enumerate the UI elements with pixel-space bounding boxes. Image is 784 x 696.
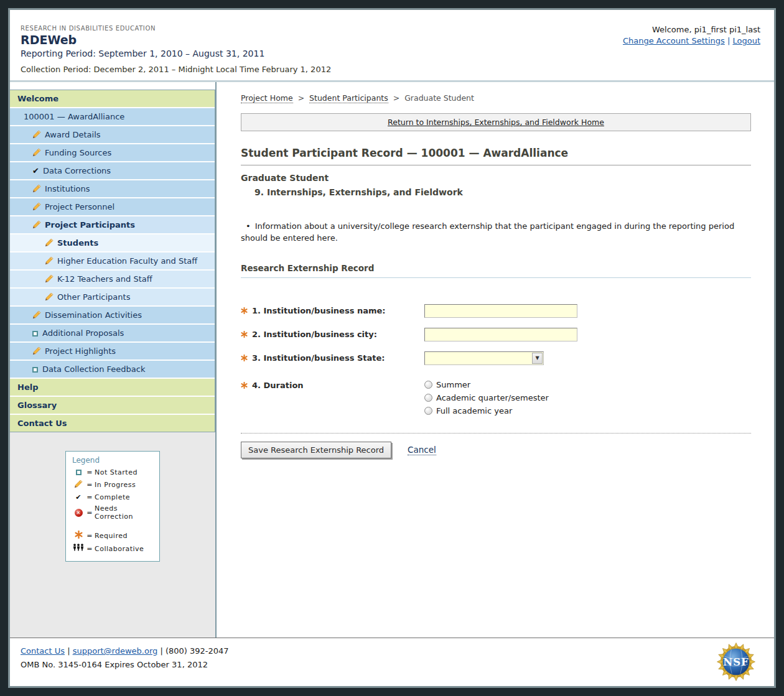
sidebar-item-welcome[interactable]: Welcome [10,90,215,107]
pencil-icon [45,274,54,283]
breadcrumb: Project Home > Student Participants > Gr… [241,93,751,103]
nsf-logo-text: NSF [723,656,749,668]
sidebar-item-additional-proposals[interactable]: Additional Proposals [10,323,215,341]
sidebar-item-other-participants[interactable]: Other Participants [10,287,215,305]
not-started-square-icon [32,331,38,336]
legend-box: Legend = Not Started = In Progress ✔ = [65,451,160,562]
sidebar-item-data-collection-feedback[interactable]: Data Collection Feedback [10,360,215,378]
legend-row: ✔ = Complete [72,493,154,501]
sidebar-item-award-details[interactable]: Award Details [10,125,215,143]
form-row: 1. Institution/business name: [241,304,751,318]
pencil-icon [32,346,41,355]
sidebar-item-dissemination-activities[interactable]: Dissemination Activities [10,305,215,323]
institution-name-input[interactable] [424,304,577,318]
sidebar-item-data-corrections[interactable]: ✔Data Corrections [10,161,215,179]
required-asterisk-icon [241,307,248,314]
legend-label: Complete [95,493,130,501]
field-label: 3. Institution/business State: [241,351,424,363]
form-row: 2. Institution/business city: [241,328,751,341]
pencil-icon [32,148,41,157]
page-footer: Contact Us | support@rdeweb.org | (800) … [10,638,774,686]
sidebar-background: Legend = Not Started = In Progress ✔ = [10,432,215,638]
not-started-square-icon [76,470,82,475]
breadcrumb-current: Graduate Student [404,93,474,103]
sidebar-menu: Welcome 100001 — AwardAlliance Award Det… [10,90,215,432]
duration-summer-radio[interactable] [424,381,432,389]
pencil-icon [32,202,41,211]
sidebar-item-project-participants[interactable]: Project Participants [10,215,215,233]
sidebar-item-help[interactable]: Help [10,378,215,396]
pencil-icon [45,256,54,265]
field-label: 2. Institution/business city: [241,328,424,339]
pencil-icon [74,480,83,488]
omb-number: OMB No. 3145-0164 Expires October 31, 20… [21,660,762,669]
duration-academic-quarter-radio[interactable] [424,394,432,402]
footer-email-link[interactable]: support@rdeweb.org [73,646,158,656]
return-home-bar: Return to Internships, Externships, and … [241,113,751,131]
pencil-icon [45,292,54,301]
footer-contact-us-link[interactable]: Contact Us [21,646,65,656]
form-heading: Research Externship Record [241,263,751,278]
participant-type-heading: Graduate Student [241,173,751,183]
section-heading: 9. Internships, Externships, and Fieldwo… [254,187,751,197]
bullet: • [246,221,251,231]
sidebar-item-glossary[interactable]: Glossary [10,396,215,414]
legend-label: Needs Correction [95,504,154,521]
app-window: RESEARCH IN DISABILITIES EDUCATION RDEWe… [8,8,776,688]
sidebar-item-project-personnel[interactable]: Project Personnel [10,197,215,215]
legend-row: = Not Started [72,468,154,476]
institution-state-select[interactable]: ▼ [424,351,544,365]
not-started-square-icon [32,367,38,373]
sidebar-item-higher-ed-faculty-staff[interactable]: Higher Education Faculty and Staff [10,251,215,269]
radio-label: Full academic year [436,406,512,415]
welcome-user: Welcome, pi1_first pi1_last [623,25,760,34]
sidebar-item-project-highlights[interactable]: Project Highlights [10,341,215,360]
duration-full-year-radio[interactable] [424,407,432,415]
pencil-icon [32,310,41,319]
legend-row: = Collaborative [72,544,154,554]
pencil-icon [32,220,41,229]
radio-label: Summer [436,380,470,389]
institution-city-input[interactable] [424,328,577,341]
required-asterisk-icon [241,355,248,361]
breadcrumb-student-participants[interactable]: Student Participants [309,93,388,103]
legend-row: ✕ = Needs Correction [72,504,154,521]
sidebar-item-funding-sources[interactable]: Funding Sources [10,143,215,161]
sidebar-item-contact-us[interactable]: Contact Us [10,414,215,432]
legend-row: = In Progress [72,480,154,490]
page-header: RESEARCH IN DISABILITIES EDUCATION RDEWe… [10,10,774,80]
legend-label: Required [95,532,128,540]
pencil-icon [45,238,54,247]
legend-label: Not Started [95,468,138,476]
footer-phone: (800) 392-2047 [166,646,229,656]
sidebar-item-students[interactable]: Students [10,233,215,251]
sidebar: Welcome 100001 — AwardAlliance Award Det… [10,82,217,638]
info-note: •Information about a university/college … [241,221,751,244]
reporting-period: Reporting Period: September 1, 2010 – Au… [21,49,762,58]
dropdown-arrow-icon[interactable]: ▼ [532,353,543,364]
return-home-link[interactable]: Return to Internships, Externships, and … [388,118,604,127]
logout-link[interactable]: Logout [732,36,760,45]
save-research-externship-button[interactable]: Save Research Externship Record [241,442,391,458]
field-label: 4. Duration [241,379,424,390]
change-account-settings-link[interactable]: Change Account Settings [623,36,725,45]
pencil-icon [32,184,41,193]
needs-correction-icon: ✕ [75,509,83,517]
legend-label: Collaborative [95,545,144,553]
required-asterisk-icon [241,331,248,338]
sidebar-item-award[interactable]: 100001 — AwardAlliance [10,107,215,125]
check-icon: ✔ [72,493,85,501]
sidebar-item-k12-teachers-staff[interactable]: K-12 Teachers and Staff [10,269,215,287]
required-asterisk-icon [241,382,248,389]
form-actions: Save Research Externship Record Cancel [241,433,751,458]
form-row: 3. Institution/business State: ▼ [241,351,751,365]
nsf-logo: NSF [717,643,755,683]
sidebar-item-institutions[interactable]: Institutions [10,179,215,197]
legend-row: = Required [72,531,154,541]
field-label: 1. Institution/business name: [241,304,424,315]
cancel-link[interactable]: Cancel [408,445,436,455]
radio-label: Academic quarter/semester [436,393,549,402]
collaborative-people-icon [72,544,85,552]
legend-title: Legend [72,456,154,465]
breadcrumb-project-home[interactable]: Project Home [241,93,293,103]
